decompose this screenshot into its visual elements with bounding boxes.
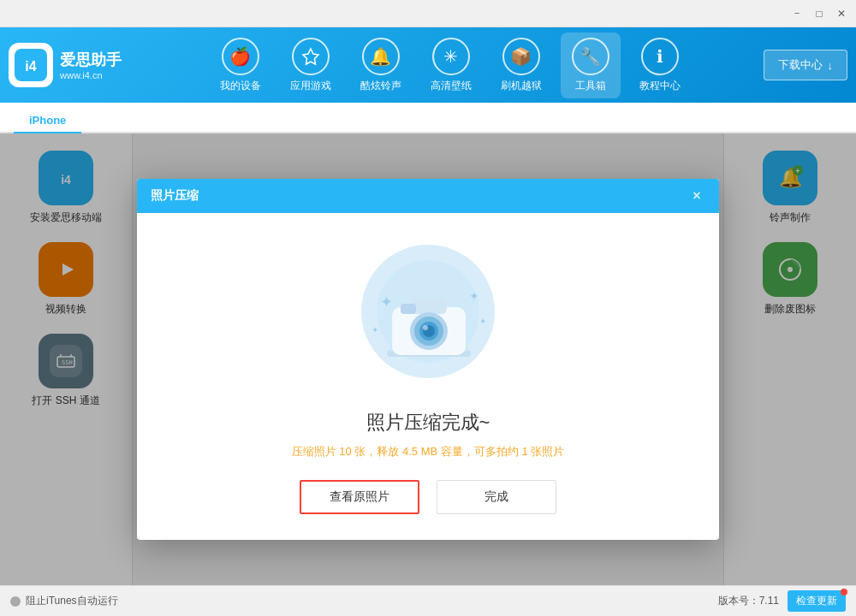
nav-wallpaper[interactable]: ✳ 高清壁纸: [420, 33, 482, 98]
apps-icon: [292, 38, 330, 75]
title-bar: － □ ✕: [0, 0, 856, 27]
close-button[interactable]: ✕: [830, 3, 853, 25]
view-original-button[interactable]: 查看原照片: [300, 480, 419, 514]
nav-wallpaper-label: 高清壁纸: [431, 79, 472, 93]
svg-rect-26: [401, 304, 416, 314]
status-bar: 阻止iTunes自动运行 版本号：7.11 检查更新: [0, 585, 856, 616]
version-label: 版本号：7.11: [718, 594, 779, 608]
jailbreak-icon: 📦: [502, 38, 540, 75]
download-button[interactable]: 下载中心 ↓: [764, 50, 848, 80]
nav-toolbox-label: 工具箱: [575, 79, 606, 93]
header: i4 爱思助手 www.i4.cn 🍎 我的设备 应用游戏 🔔 酷炫铃声 ✳: [0, 27, 856, 103]
dialog-buttons: 查看原照片 完成: [300, 480, 556, 514]
svg-rect-25: [411, 299, 447, 314]
nav-jailbreak[interactable]: 📦 刷机越狱: [490, 33, 552, 98]
dialog-body: ✦ ✦ ✦ ✦ 照片压缩完成~ 压缩照片 10 张，释放 4.5 MB 容量，可…: [137, 213, 719, 540]
tab-iphone[interactable]: iPhone: [14, 109, 81, 133]
svg-text:✦: ✦: [372, 325, 378, 335]
maximize-button[interactable]: □: [808, 3, 830, 25]
toolbox-icon: 🔧: [572, 38, 609, 75]
info-icon: ℹ: [641, 38, 679, 75]
nav-jailbreak-label: 刷机越狱: [501, 79, 542, 93]
download-btn-label: 下载中心: [778, 57, 823, 73]
svg-text:✦: ✦: [380, 293, 393, 311]
brand-url: www.i4.cn: [60, 70, 122, 80]
status-left: 阻止iTunes自动运行: [10, 594, 118, 608]
logo-text: 爱思助手 www.i4.cn: [60, 50, 122, 80]
logo-area: i4 爱思助手 www.i4.cn: [9, 43, 146, 87]
camera-illustration: ✦ ✦ ✦ ✦: [342, 239, 514, 393]
status-right: 版本号：7.11 检查更新: [718, 590, 846, 612]
bell-icon: 🔔: [362, 38, 400, 75]
apple-icon: 🍎: [222, 38, 259, 75]
status-indicator: [10, 596, 21, 607]
nav-items: 🍎 我的设备 应用游戏 🔔 酷炫铃声 ✳ 高清壁纸 📦 刷机越狱 🔧 工具箱: [146, 33, 755, 98]
wallpaper-icon: ✳: [432, 38, 470, 75]
dialog-title: 照片压缩: [151, 188, 199, 204]
svg-text:✦: ✦: [469, 289, 479, 303]
itunes-text: 阻止iTunes自动运行: [26, 594, 118, 608]
completion-subtitle: 压缩照片 10 张，释放 4.5 MB 容量，可多拍约 1 张照片: [292, 444, 565, 459]
download-arrow-icon: ↓: [828, 59, 834, 72]
dialog: 照片压缩 ×: [137, 179, 719, 540]
minimize-button[interactable]: －: [786, 3, 808, 25]
svg-point-31: [423, 325, 428, 330]
dialog-overlay: 照片压缩 ×: [0, 133, 856, 585]
brand-name: 爱思助手: [60, 50, 122, 70]
logo-icon: i4: [9, 43, 53, 87]
main-content: i4 安装爱思移动端 视频转换 SSH: [0, 133, 856, 585]
update-notification-dot: [841, 589, 847, 595]
nav-tutorial[interactable]: ℹ 教程中心: [629, 33, 691, 98]
completion-title: 照片压缩完成~: [366, 410, 490, 435]
tab-bar: iPhone: [0, 103, 856, 133]
done-button[interactable]: 完成: [437, 480, 556, 514]
svg-text:i4: i4: [25, 59, 36, 74]
nav-apps[interactable]: 应用游戏: [280, 33, 342, 98]
nav-ringtone[interactable]: 🔔 酷炫铃声: [350, 33, 412, 98]
dialog-close-button[interactable]: ×: [688, 187, 705, 204]
nav-my-device-label: 我的设备: [220, 79, 261, 93]
nav-apps-label: 应用游戏: [290, 79, 331, 93]
nav-toolbox[interactable]: 🔧 工具箱: [561, 33, 621, 98]
svg-text:✦: ✦: [479, 317, 486, 326]
dialog-header: 照片压缩 ×: [137, 179, 719, 213]
update-button[interactable]: 检查更新: [788, 590, 846, 612]
nav-tutorial-label: 教程中心: [639, 79, 681, 93]
nav-my-device[interactable]: 🍎 我的设备: [210, 33, 271, 98]
nav-ringtone-label: 酷炫铃声: [360, 79, 401, 93]
